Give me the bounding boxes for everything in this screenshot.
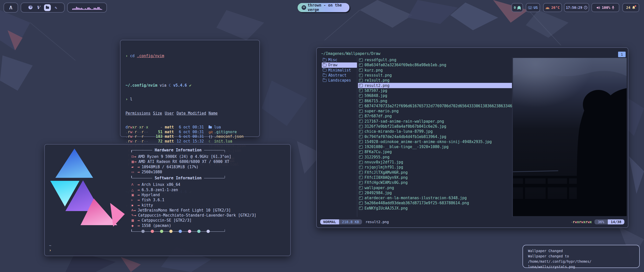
- notification-toast[interactable]: Wallpaper Changed Wallpaper changed to /…: [522, 245, 640, 268]
- file-row[interactable]: 866715.png: [358, 98, 512, 103]
- packages-icon: ◆: [131, 224, 137, 227]
- app-launcher-button[interactable]: Λ: [4, 3, 18, 13]
- font-icon: A: [131, 209, 133, 212]
- now-playing-widget[interactable]: thrown - on the verge: [298, 3, 349, 12]
- file-row[interactable]: FXfcHgcWIAMzs0G.png: [358, 180, 512, 185]
- file-row[interactable]: FXfcII0X0AQyn9X.png: [358, 175, 512, 180]
- sidebar-item-misc[interactable]: Misc: [322, 57, 357, 62]
- git-icon: git: [209, 130, 213, 134]
- file-row[interactable]: FXfcJlTXgAMvH6R.png: [358, 170, 512, 175]
- statusbar-permissions: -rwxrwxrwx: [571, 220, 592, 224]
- palette-dot: [179, 230, 182, 233]
- file-row[interactable]: super-mario.png: [358, 109, 512, 114]
- file-row[interactable]: resssult.png: [358, 73, 512, 78]
- graph-bar: [82, 9, 83, 10]
- terminal-file-row: .rw-r--r--72matt12 oct 15:32☾init.lua: [126, 139, 254, 144]
- file-row[interactable]: 68747470733a2f2f696d616765732d7769786d70…: [358, 104, 512, 109]
- notification-body-line: luna/walls/crystals.png: [528, 264, 634, 269]
- temperature-value: 26°C: [551, 6, 560, 10]
- workspaces-widget: V ✎: [21, 3, 65, 13]
- file-row[interactable]: 8FKa7Cu.jpeg: [358, 149, 512, 154]
- sidebar-item-abstract[interactable]: Abstract: [322, 73, 357, 78]
- workspace-firefox[interactable]: [28, 5, 33, 10]
- image-file-icon: [359, 74, 363, 77]
- file-row[interactable]: 154928-odinokoe_anime-art-anime-okno-sin…: [358, 139, 512, 144]
- breadcrumb-path: ~/Imagenes/Wallpapers/Draw: [321, 51, 380, 56]
- terminal-command-line: › cd .config/nvim: [126, 54, 254, 58]
- arrow-icon: →: [134, 154, 136, 159]
- file-row[interactable]: 3126f7e9bbf21a8a4af0b67b041c6e26.jpg: [358, 124, 512, 129]
- file-row[interactable]: 587597.jpg: [358, 88, 512, 93]
- graph-widget: [67, 3, 107, 13]
- file-row[interactable]: atardecer-en-la-montanas-ilustracion-634…: [358, 195, 512, 200]
- image-file-icon: [359, 89, 363, 92]
- terminal-list-command: › l: [126, 97, 254, 102]
- file-row[interactable]: chica-mirando-la-luna-8799.jpg: [358, 129, 512, 134]
- graph-bar: [85, 8, 86, 10]
- file-row[interactable]: wallpaper.png: [358, 185, 512, 190]
- sidebar-item-landscapes[interactable]: Landscapes: [322, 78, 357, 83]
- image-file-icon: [359, 150, 363, 154]
- file-row[interactable]: 217167-sad-anime-rain-wallpaper.png: [358, 119, 512, 124]
- image-file-icon: [359, 161, 363, 164]
- file-row[interactable]: EeNKYgIUcAAJ5JX.png: [358, 206, 512, 211]
- fetch-info-row: ▣→Hyprland: [131, 192, 225, 197]
- sidebar-item-draw[interactable]: Draw: [322, 62, 357, 67]
- file-row[interactable]: 87r687df.png: [358, 114, 512, 119]
- file-row[interactable]: 20492984.jpg: [358, 190, 512, 195]
- file-row[interactable]: 19201080-__blue-tinge__-1920×1080.jpg: [358, 144, 512, 149]
- folder-icon: [323, 59, 327, 61]
- folder-icon: [323, 79, 327, 82]
- workspace-brush[interactable]: ✎: [55, 5, 57, 10]
- terminal-file-row: .rw-r--r--51matt 6 oct 00:31git.gitignor…: [126, 130, 254, 134]
- file-row[interactable]: 5a266e448add93deab367d87173e9f25-6837886…: [358, 200, 512, 206]
- file-row[interactable]: 3122955.png: [358, 155, 512, 160]
- sidebar-divider: [357, 57, 357, 217]
- file-row[interactable]: kurz.png: [358, 68, 512, 73]
- clock-widget[interactable]: 17:50:29: [564, 3, 589, 12]
- file-row[interactable]: re1sult.png: [358, 78, 512, 83]
- arrow-icon: →: [137, 165, 140, 169]
- now-playing-title: thrown - on the verge: [308, 3, 345, 12]
- keyboard-icon: [528, 6, 532, 9]
- arrow-icon: →: [134, 159, 136, 164]
- terminal-window[interactable]: › cd .config/nvim ~/.config/nvim via ☾ v…: [120, 40, 260, 137]
- weather-widget[interactable]: 26°C: [543, 3, 562, 12]
- folder-icon: [209, 126, 212, 128]
- arrow-icon: →: [134, 213, 136, 218]
- file-row[interactable]: 0c794faf07de24a4db4d4fb1eb813964.jpg: [358, 134, 512, 139]
- palette-row: [141, 230, 210, 233]
- fetch-prompt[interactable]: ~ ›: [49, 243, 51, 253]
- notifications-widget[interactable]: 24: [622, 3, 639, 12]
- json-icon: {}: [209, 135, 213, 139]
- file-row[interactable]: 596848.jpg: [358, 93, 512, 98]
- file-row[interactable]: result2.png: [358, 83, 512, 88]
- image-file-icon: [359, 191, 363, 194]
- file-manager-window[interactable]: ~/Imagenes/Wallpapers/Draw 1 MiscDrawMin…: [316, 47, 628, 228]
- system-info-window[interactable]: Hardware Information ⊡→AMD Ryzen 9 5900X…: [44, 144, 291, 256]
- sidebar-item-minimalist[interactable]: Minimalist: [322, 68, 357, 73]
- keyboard-layout-widget[interactable]: US: [526, 3, 540, 12]
- file-row[interactable]: nnvuv0xj2df71.jpg: [358, 160, 512, 165]
- arrow-icon: →: [137, 193, 140, 197]
- tab-badge[interactable]: 1: [618, 52, 626, 57]
- palette-dot: [160, 230, 163, 233]
- preview-image: [513, 58, 627, 216]
- updates-widget[interactable]: 0: [511, 3, 523, 12]
- workspace-files-active[interactable]: [44, 4, 51, 11]
- os-icon: Λ: [131, 183, 137, 186]
- image-file-icon: [359, 130, 363, 133]
- check-icon: ✔: [189, 83, 191, 88]
- file-row[interactable]: 08a634fa02a32364f69ebc86a98eb1eb.png: [358, 62, 512, 67]
- notification-title: Wallpaper Changed: [528, 248, 634, 254]
- file-row[interactable]: rsjqojlmjhf91.jpg: [358, 165, 512, 170]
- hardware-rows: ⊡→AMD Ryzen 9 5900X (24) @ 4.9GHz [61.3°…: [131, 153, 225, 175]
- volume-value: 100%: [602, 6, 610, 10]
- volume-widget[interactable]: 100%: [591, 3, 619, 12]
- file-row[interactable]: ressdfgult.png: [358, 57, 512, 62]
- fetch-info-row: ▰→10948MiB / 64183MiB (17%): [131, 164, 225, 169]
- graph-bar: [73, 8, 74, 10]
- scroll-percent: 36%: [594, 219, 608, 224]
- image-file-icon: [359, 69, 363, 72]
- workspace-vim[interactable]: V: [37, 5, 40, 10]
